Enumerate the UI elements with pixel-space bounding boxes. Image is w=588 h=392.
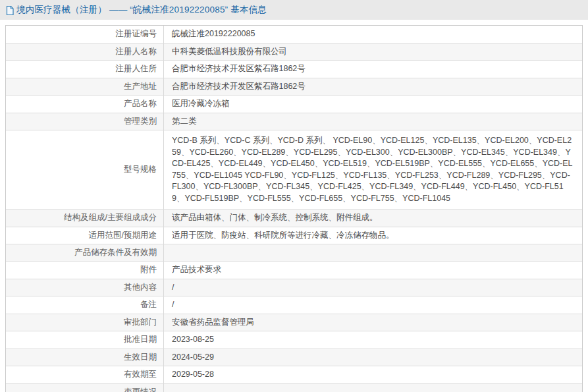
registration-info-table: 注册证编号 皖械注准20192220085 注册人名称 中科美菱低温科技股份有限… xyxy=(5,25,583,392)
table-row-remarks: 备注 / xyxy=(6,296,582,314)
table-row-model-specs: 型号规格 YCD-B 系列、YCD-C 系列、YCD-D 系列、 YCD-EL9… xyxy=(6,130,582,210)
row-label: 注册证编号 xyxy=(6,26,164,43)
row-label: 产品名称 xyxy=(6,96,164,113)
table-row-change-status: 变更情况 xyxy=(6,384,582,392)
row-value: 合肥市经济技术开发区紫石路1862号 xyxy=(164,61,582,78)
row-value: 2024-05-29 xyxy=(164,349,582,366)
table-row-reg-number: 注册证编号 皖械注准20192220085 xyxy=(6,26,582,43)
row-label: 注册人住所 xyxy=(6,61,164,78)
table-row-storage-conditions: 产品储存条件及有效期 xyxy=(6,244,582,262)
row-value: 合肥市经济技术开发区紫石路1862号 xyxy=(164,78,582,96)
row-value: / xyxy=(164,296,582,314)
table-row-attachment: 附件 产品技术要求 xyxy=(6,262,582,279)
table-row-management-class: 管理类别 第二类 xyxy=(6,113,582,131)
row-label: 批准日期 xyxy=(6,331,164,349)
row-label: 产品储存条件及有效期 xyxy=(6,244,164,261)
row-label: 型号规格 xyxy=(6,130,164,209)
row-value: YCD-B 系列、YCD-C 系列、YCD-D 系列、 YCD-EL90、YCD… xyxy=(164,130,582,209)
document-icon xyxy=(5,5,14,16)
table-row-registrant-name: 注册人名称 中科美菱低温科技股份有限公司 xyxy=(6,43,582,61)
table-row-approval-department: 审批部门 安徽省药品监督管理局 xyxy=(6,314,582,332)
row-value: 该产品由箱体、门体、制冷系统、控制系统、附件组成。 xyxy=(164,210,582,227)
table-row-expiry-date: 有效期至 2029-05-28 xyxy=(6,366,582,384)
row-value: 医用冷藏冷冻箱 xyxy=(164,96,582,113)
row-value: 产品技术要求 xyxy=(164,262,582,279)
row-value: 皖械注准20192220085 xyxy=(164,26,582,43)
row-value: 中科美菱低温科技股份有限公司 xyxy=(164,43,582,61)
table-row-other-content: 其他内容 / xyxy=(6,279,582,297)
row-label: 生效日期 xyxy=(6,349,164,366)
row-value xyxy=(164,389,582,392)
page-title: 境内医疗器械（注册） —— “皖械注准20192220085” 基本信息 xyxy=(16,4,267,16)
row-label: 备注 xyxy=(6,296,164,314)
row-value: / xyxy=(164,279,582,296)
page-header: 境内医疗器械（注册） —— “皖械注准20192220085” 基本信息 xyxy=(0,0,588,20)
row-label: 管理类别 xyxy=(6,113,164,130)
row-label: 生产地址 xyxy=(6,78,164,96)
table-row-effective-date: 生效日期 2024-05-29 xyxy=(6,349,582,367)
row-label: 附件 xyxy=(6,262,164,279)
row-value: 第二类 xyxy=(164,113,582,130)
row-label: 审批部门 xyxy=(6,314,164,331)
row-label: 有效期至 xyxy=(6,366,164,383)
row-label: 注册人名称 xyxy=(6,43,164,61)
table-row-production-address: 生产地址 合肥市经济技术开发区紫石路1862号 xyxy=(6,78,582,96)
row-label: 其他内容 xyxy=(6,279,164,296)
row-value xyxy=(164,250,582,256)
row-label: 适用范围/预期用途 xyxy=(6,227,164,244)
table-row-product-name: 产品名称 医用冷藏冷冻箱 xyxy=(6,96,582,113)
row-label: 结构及组成/主要组成成分 xyxy=(6,210,164,227)
table-row-approval-date: 批准日期 2023-08-25 xyxy=(6,331,582,349)
table-row-structure-composition: 结构及组成/主要组成成分 该产品由箱体、门体、制冷系统、控制系统、附件组成。 xyxy=(6,210,582,227)
row-label: 变更情况 xyxy=(6,384,164,392)
row-value: 安徽省药品监督管理局 xyxy=(164,314,582,331)
row-value: 2029-05-28 xyxy=(164,366,582,383)
row-value: 2023-08-25 xyxy=(164,331,582,349)
table-row-intended-use: 适用范围/预期用途 适用于医院、防疫站、科研院所等进行冷藏、冷冻储存物品。 xyxy=(6,227,582,245)
row-value: 适用于医院、防疫站、科研院所等进行冷藏、冷冻储存物品。 xyxy=(164,227,582,244)
table-row-registrant-address: 注册人住所 合肥市经济技术开发区紫石路1862号 xyxy=(6,61,582,78)
